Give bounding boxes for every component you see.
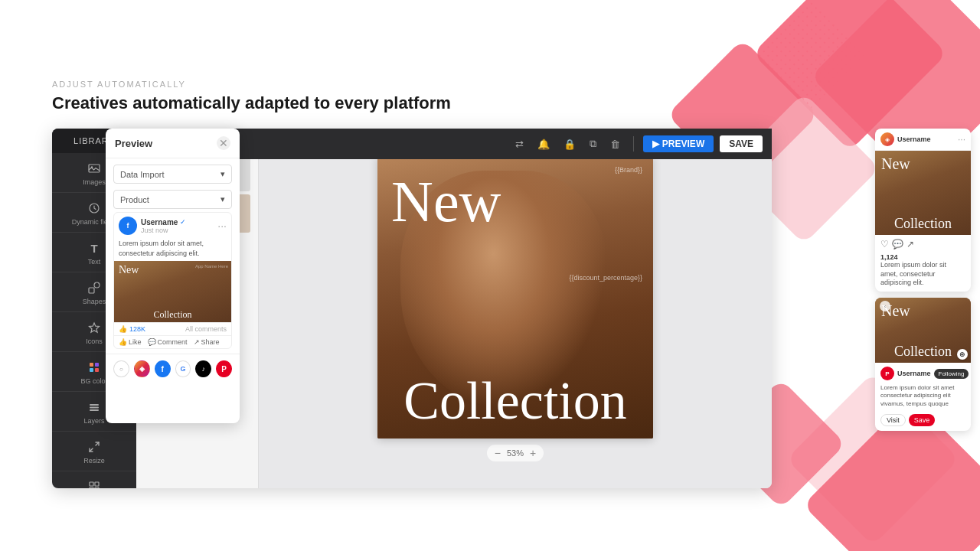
ig-share-icon[interactable]: ↗ [906, 239, 914, 249]
layers-label: Layers [83, 417, 104, 425]
trash-icon: 🗑 [606, 137, 624, 152]
ig-image: New Collection [875, 151, 971, 235]
resize-icon [87, 439, 102, 455]
chevron-down-icon: ▾ [220, 194, 225, 204]
bgcolor-icon [87, 360, 102, 375]
svg-rect-11 [90, 407, 99, 409]
fb-reactions: 👍 128K All comments [114, 322, 231, 335]
fb-like-button[interactable]: 👍 Like [119, 338, 142, 346]
pin-header: New Collection ‹ ⊕ [875, 298, 971, 363]
layers-icon [87, 399, 102, 415]
adjust-label: ADJUST AUTOMATICALLY [52, 80, 451, 89]
dynamic-icon [87, 201, 102, 216]
resize-label: Resize [83, 457, 105, 465]
copy-icon: ⧉ [586, 136, 600, 152]
facebook-icon[interactable]: f [155, 360, 171, 377]
pin-visit-button[interactable]: Visit [880, 414, 906, 426]
zoom-in-button[interactable]: + [530, 447, 536, 459]
svg-rect-14 [95, 482, 99, 486]
svg-rect-10 [90, 404, 99, 406]
svg-rect-3 [89, 288, 94, 293]
chevron-down-icon: ▾ [220, 169, 225, 179]
comment-icon: 💬 [148, 338, 156, 346]
lock-icon: 🔒 [560, 137, 580, 152]
images-label: Images [83, 178, 106, 186]
shapes-label: Shapes [83, 298, 106, 305]
data-import-dropdown[interactable]: Data Import ▾ [113, 165, 232, 184]
main-canvas: {{Brand}} {{discount_percentage}} New Co… [377, 155, 653, 439]
ig-actions: ♡ 💬 ↗ [875, 235, 971, 253]
instagram-icon[interactable]: ◈ [134, 360, 150, 377]
preview-title: Preview [115, 138, 152, 149]
pin-save-button[interactable]: Save [909, 414, 936, 426]
tiktok-icon[interactable]: ♪ [195, 360, 211, 377]
pin-avatar: P [880, 367, 894, 380]
ig-heart-icon[interactable]: ♡ [880, 239, 889, 249]
svg-rect-13 [90, 482, 93, 486]
layers-icon: ⇄ [511, 137, 528, 152]
pinterest-panel: New Collection ‹ ⊕ P Username Following … [875, 298, 971, 431]
preview-modal: Preview ✕ Data Import ▾ Product ▾ f User… [106, 129, 240, 423]
fb-brand-placeholder: App Name Here [195, 264, 228, 269]
canvas-new-text: New [391, 172, 501, 230]
pin-image: New Collection ‹ ⊕ [875, 298, 971, 363]
preview-close-button[interactable]: ✕ [217, 136, 230, 150]
svg-point-4 [94, 282, 100, 288]
ig-more-button[interactable]: ··· [958, 134, 965, 145]
svg-rect-16 [95, 487, 99, 488]
shapes-icon [87, 280, 102, 295]
pin-zoom-icon: ⊕ [957, 349, 968, 360]
share-icon: ↗ [194, 338, 200, 346]
fb-post-image: New Collection App Name Here [114, 261, 231, 322]
preview-icon: ▶ [652, 139, 659, 149]
fb-post-preview: f Username ✓ Just now ··· Lorem ipsum do… [113, 212, 232, 349]
circle-icon[interactable]: ○ [113, 360, 129, 377]
pin-caption: Lorem ipsum dolor sit amet consectetur a… [875, 384, 971, 411]
fb-avatar: f [119, 217, 137, 235]
svg-rect-7 [95, 363, 99, 367]
fb-actions: 👍 Like 💬 Comment ↗ Share [114, 335, 231, 348]
text-label: Text [88, 258, 101, 266]
svg-rect-8 [90, 368, 93, 372]
preview-header: Preview ✕ [106, 129, 240, 158]
fb-share-button[interactable]: ↗ Share [194, 338, 220, 346]
text-icon: T [87, 240, 102, 256]
svg-marker-5 [90, 323, 100, 332]
grid-icon [87, 479, 102, 488]
fb-comment-button[interactable]: 💬 Comment [148, 338, 188, 346]
like-icon: 👍 [119, 338, 127, 346]
pin-following-button[interactable]: Following [934, 369, 969, 379]
ig-comment-icon[interactable]: 💬 [892, 239, 903, 249]
svg-rect-12 [90, 409, 99, 411]
product-dropdown[interactable]: Product ▾ [113, 190, 232, 209]
toolbar-sep-2 [633, 136, 634, 152]
bell-icon: 🔔 [534, 137, 554, 152]
icons-label: Icons [86, 337, 103, 345]
images-icon [87, 161, 102, 176]
fb-more-button[interactable]: ··· [217, 220, 227, 232]
zoom-out-button[interactable]: − [495, 447, 501, 459]
zoom-value: 53% [507, 448, 524, 458]
svg-rect-15 [90, 487, 93, 488]
canvas-collection-text: Collection [384, 374, 647, 428]
ig-header: ◈ Username ··· [875, 129, 971, 151]
icons-icon [87, 320, 102, 335]
bgcolor-label: BG color [80, 377, 107, 385]
instagram-panel-top: ◈ Username ··· New Collection ♡ 💬 ↗ 1,12… [875, 129, 971, 292]
main-heading: Creatives automatically adapted to every… [52, 93, 451, 113]
sidebar-item-grid[interactable]: Grid [52, 471, 136, 488]
svg-rect-9 [95, 368, 99, 372]
pin-user-row: P Username Following [875, 363, 971, 384]
pinterest-icon[interactable]: P [216, 360, 232, 377]
canvas-brand-text: {{Brand}} [615, 166, 642, 174]
svg-rect-6 [90, 363, 93, 367]
preview-button[interactable]: ▶ PREVIEW [643, 135, 714, 152]
sidebar-item-resize[interactable]: Resize [52, 432, 136, 471]
canvas-discount-text: {{discount_percentage}} [569, 274, 642, 282]
pin-back-icon: ‹ [880, 301, 890, 311]
google-icon[interactable]: G [175, 360, 191, 377]
ig-avatar: ◈ [880, 132, 894, 146]
pin-buttons-row: Visit Save [875, 411, 971, 431]
save-button[interactable]: SAVE [720, 135, 763, 152]
social-icons-bar: ○ ◈ f G ♪ P [106, 354, 240, 383]
